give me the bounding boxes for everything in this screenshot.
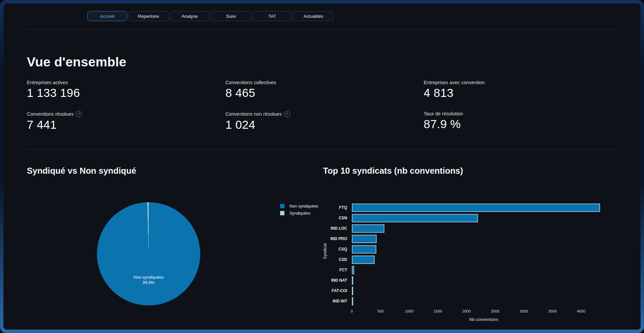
- bar-category-label-ftq: FTQ: [295, 205, 347, 210]
- bar-ind-loc: [352, 224, 384, 233]
- metric-label-text: Conventions résolues: [27, 111, 73, 117]
- bar-csq: [352, 245, 376, 254]
- metric-label: Entreprises avec convention: [424, 80, 485, 85]
- tab-repertoire[interactable]: Répertoire: [128, 11, 168, 21]
- metric-value: 8 465: [225, 86, 276, 100]
- metric-label-text: Conventions collectives: [225, 80, 276, 85]
- pie-chart-title: Syndiqué vs Non syndiqué: [27, 166, 136, 176]
- bar-csd: [352, 256, 375, 264]
- metric-conventions-resolues: Conventions résolues?7 441: [27, 111, 82, 131]
- metric-entreprises-actives: Entreprises actives1 133 196: [27, 80, 80, 100]
- dashboard: AccueilRépertoireAnalyseSuiviTATActualit…: [0, 0, 644, 333]
- metric-value: 1 024: [225, 118, 290, 131]
- pie-chart: Non syndiquées 99.6%: [97, 202, 200, 306]
- x-axis-tick-0: 0: [342, 309, 362, 313]
- x-axis-tick-1500: 1500: [428, 309, 448, 313]
- bar-category-label-ind-int: IND INT: [295, 299, 347, 303]
- tab-tat[interactable]: TAT: [252, 11, 292, 21]
- help-icon[interactable]: ?: [76, 111, 82, 117]
- metric-label: Taux de résolution: [424, 111, 463, 116]
- metric-label-text: Taux de résolution: [424, 111, 463, 116]
- bar-ind-nat: [352, 276, 353, 285]
- x-axis-tick-2500: 2500: [485, 309, 505, 313]
- metric-value: 87.9 %: [424, 117, 463, 131]
- tab-bar: AccueilRépertoireAnalyseSuiviTATActualit…: [87, 11, 333, 21]
- x-axis-tick-2000: 2000: [457, 309, 477, 313]
- tab-accueil[interactable]: Accueil: [87, 11, 127, 21]
- legend-label: Syndiquées: [289, 211, 311, 216]
- bar-ind-pro: [352, 235, 377, 243]
- bar-csn: [352, 214, 478, 222]
- help-icon[interactable]: ?: [284, 111, 290, 117]
- tab-actualites[interactable]: Actualités: [293, 11, 333, 21]
- bar-category-label-csd: CSD: [295, 257, 347, 262]
- bar-category-label-ind-loc: IND LOC: [295, 226, 347, 231]
- bar-category-label-csn: CSN: [295, 216, 347, 220]
- divider-middle: [27, 149, 616, 150]
- bar-category-label-fct: FCT: [295, 268, 347, 272]
- metric-value: 1 133 196: [27, 86, 80, 100]
- page-title: Vue d'ensemble: [27, 55, 126, 69]
- bar-category-label-csq: CSQ: [295, 247, 347, 252]
- bar-category-label-ind-nat: IND NAT: [295, 278, 347, 283]
- x-axis-tick-4000: 4000: [571, 309, 591, 313]
- bar-ftq: [352, 204, 600, 212]
- bar-chart-x-axis-label: Nb conventions: [352, 317, 615, 322]
- metric-label-text: Entreprises avec convention: [424, 80, 485, 85]
- pie-slice-percent: 99.6%: [97, 280, 200, 285]
- pie-slice-name: Non syndiquées: [97, 275, 200, 280]
- metric-label: Conventions non résolues?: [225, 111, 290, 117]
- legend-swatch: [280, 204, 284, 208]
- metric-value: 4 813: [424, 86, 485, 100]
- bar-chart-title: Top 10 syndicats (nb conventions): [323, 166, 463, 176]
- bar-ind-int: [352, 297, 353, 306]
- pie-slice-label: Non syndiquées 99.6%: [97, 275, 200, 286]
- metric-label: Conventions collectives: [225, 80, 276, 85]
- x-axis-tick-500: 500: [370, 309, 390, 313]
- metric-taux-de-resolution: Taux de résolution87.9 %: [424, 111, 463, 131]
- metric-entreprises-avec-convention: Entreprises avec convention4 813: [424, 80, 485, 100]
- bar-fct: [352, 266, 354, 274]
- x-axis-tick-3000: 3000: [514, 309, 534, 313]
- legend-swatch: [280, 211, 284, 215]
- metric-conventions-non-resolues: Conventions non résolues?1 024: [225, 111, 290, 131]
- metric-label: Conventions résolues?: [27, 111, 82, 117]
- bar-fat-coi: [352, 287, 353, 295]
- tab-suivi[interactable]: Suivi: [211, 11, 251, 21]
- metric-value: 7 441: [27, 118, 82, 131]
- tab-analyse[interactable]: Analyse: [170, 11, 210, 21]
- bar-category-label-fat-coi: FAT-COI: [295, 288, 347, 293]
- x-axis-tick-3500: 3500: [542, 309, 562, 313]
- bar-category-label-ind-pro: IND PRO: [295, 236, 347, 241]
- metric-label: Entreprises actives: [27, 80, 80, 85]
- metric-conventions-collectives: Conventions collectives8 465: [225, 80, 276, 100]
- x-axis-tick-1000: 1000: [399, 309, 419, 313]
- metric-label-text: Entreprises actives: [27, 80, 68, 85]
- metric-label-text: Conventions non résolues: [225, 111, 282, 117]
- divider-top: [27, 29, 616, 30]
